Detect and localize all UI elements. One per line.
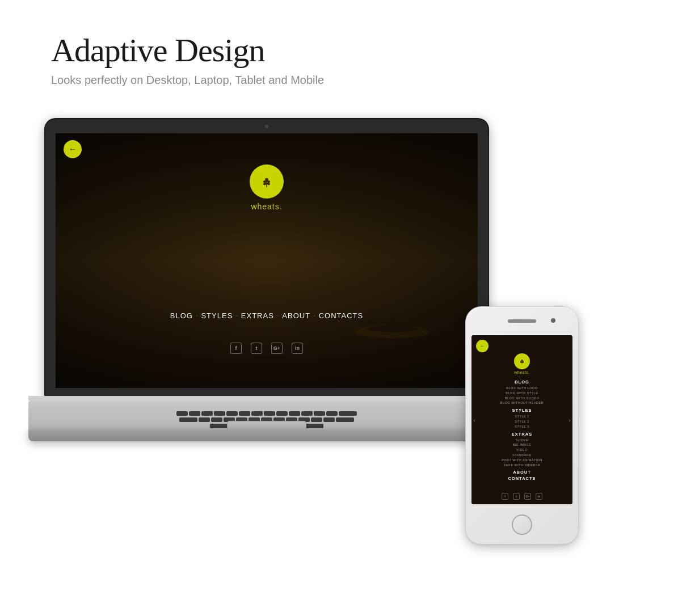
phone-camera [551, 318, 555, 323]
phone-menu-about-title: ABOUT [477, 470, 567, 475]
laptop-logo: wheats. [250, 164, 284, 211]
phone-menu-blog-with-style[interactable]: BLOG WITH STYLE [477, 391, 567, 396]
phone-menu-post-animation[interactable]: POST WITH ANIMATION [477, 458, 567, 463]
phone-menu-standard[interactable]: STANDARD [477, 453, 567, 458]
laptop-screen-content: wheats. [56, 133, 478, 388]
page-header: Adaptive Design Looks perfectly on Deskt… [51, 31, 324, 87]
key [239, 411, 250, 416]
social-linkedin[interactable]: in [292, 343, 303, 354]
social-googleplus[interactable]: G+ [271, 343, 283, 354]
svg-point-20 [521, 360, 523, 361]
nav-extras[interactable]: EXTRAS [241, 311, 274, 320]
key [264, 411, 275, 416]
laptop-back-button[interactable] [64, 140, 82, 158]
phone-social-twitter[interactable]: t [513, 493, 520, 500]
phone-menu-blog-title: BLOG [477, 379, 567, 385]
nav-styles[interactable]: STYLES [201, 311, 233, 320]
key [311, 417, 322, 422]
key [289, 411, 300, 416]
phone-menu-styles-title: STYLES [477, 408, 567, 413]
key [339, 411, 357, 416]
key [336, 417, 354, 422]
key [179, 417, 197, 422]
social-twitter[interactable]: t [251, 343, 262, 354]
laptop-social: f t G+ in [230, 343, 303, 354]
phone-social-googleplus[interactable]: G+ [524, 493, 531, 500]
key [323, 417, 335, 422]
phone-screen-content: wheats. › ‹ BLOG BLOG WITH LOGO BLOG WIT… [471, 335, 572, 504]
phone-menu-style3[interactable]: STYLE 3 [477, 424, 567, 429]
key [226, 411, 238, 416]
phone-social-facebook[interactable]: f [502, 493, 508, 500]
phone-menu-page-sidebar[interactable]: PAGE WITH SIDEBAR [477, 463, 567, 468]
phone-menu-slider[interactable]: SLIDER [477, 438, 567, 443]
phone-logo-text: wheats. [514, 370, 530, 374]
laptop-camera [265, 125, 268, 128]
phone-logo-circle [514, 353, 530, 369]
key [189, 411, 200, 416]
key [276, 411, 288, 416]
phone-social-linkedin[interactable]: in [536, 493, 542, 500]
laptop-screen-bezel: wheats. [56, 133, 478, 388]
phone-menu: BLOG BLOG WITH LOGO BLOG WITH STYLE BLOG… [471, 379, 572, 482]
key [211, 417, 222, 422]
phone-menu-extras-title: EXTRAS [477, 432, 567, 437]
wheat-icon [258, 172, 276, 191]
page-title: Adaptive Design [51, 31, 324, 69]
laptop-screen-frame: wheats. [45, 119, 488, 397]
key [176, 411, 188, 416]
laptop-nav: BLOG · STYLES · EXTRAS · ABOUT · CONTACT… [170, 311, 363, 320]
nav-blog[interactable]: BLOG [170, 311, 193, 320]
keyboard-top-bar [28, 396, 505, 402]
social-facebook[interactable]: f [230, 343, 242, 354]
laptop-logo-text: wheats. [251, 202, 282, 211]
phone-logo: wheats. [514, 353, 530, 374]
phone-menu-contacts-title: CONTACTS [477, 476, 567, 481]
phone-social: f t G+ in [502, 493, 542, 500]
laptop-base [28, 430, 505, 441]
laptop-logo-circle [250, 164, 284, 199]
phone-frame: wheats. › ‹ BLOG BLOG WITH LOGO BLOG WIT… [465, 306, 579, 545]
phone-menu-blog-without-header[interactable]: BLOG WITHOUT HEADER [477, 400, 567, 406]
laptop-mockup: wheats. [45, 119, 499, 448]
phone-menu-blog-with-logo[interactable]: BLOG WITH LOGO [477, 386, 567, 391]
phone-wheat-icon [517, 357, 527, 366]
nav-contacts[interactable]: CONTACTS [319, 311, 364, 320]
nav-about[interactable]: ABOUT [282, 311, 310, 320]
key [301, 411, 313, 416]
phone-speaker [508, 319, 536, 323]
svg-point-6 [265, 178, 268, 180]
laptop-body: wheats. [45, 119, 488, 397]
kayaker-silhouette [353, 295, 432, 343]
key [199, 417, 210, 422]
phone-home-button[interactable] [512, 514, 532, 535]
page-subtitle: Looks perfectly on Desktop, Laptop, Tabl… [51, 74, 324, 87]
phone-menu-video[interactable]: VIDEO [477, 448, 567, 453]
key [201, 411, 213, 416]
phone-menu-big-image[interactable]: BIG IMAGE [477, 442, 567, 448]
key [326, 411, 338, 416]
phone-menu-style1[interactable]: STYLE 1 [477, 414, 567, 419]
key [314, 411, 325, 416]
key [214, 411, 225, 416]
key [251, 411, 263, 416]
svg-point-10 [390, 316, 395, 322]
phone-back-button[interactable] [476, 340, 489, 352]
phone-menu-style2[interactable]: STYLE 2 [477, 419, 567, 424]
phone-screen: wheats. › ‹ BLOG BLOG WITH LOGO BLOG WIT… [471, 335, 572, 504]
key-row-1 [68, 411, 465, 416]
phone-mockup: wheats. › ‹ BLOG BLOG WITH LOGO BLOG WIT… [465, 306, 579, 545]
svg-point-12 [365, 319, 372, 324]
phone-menu-blog-with-slider[interactable]: BLOG WITH SLIDER [477, 396, 567, 401]
